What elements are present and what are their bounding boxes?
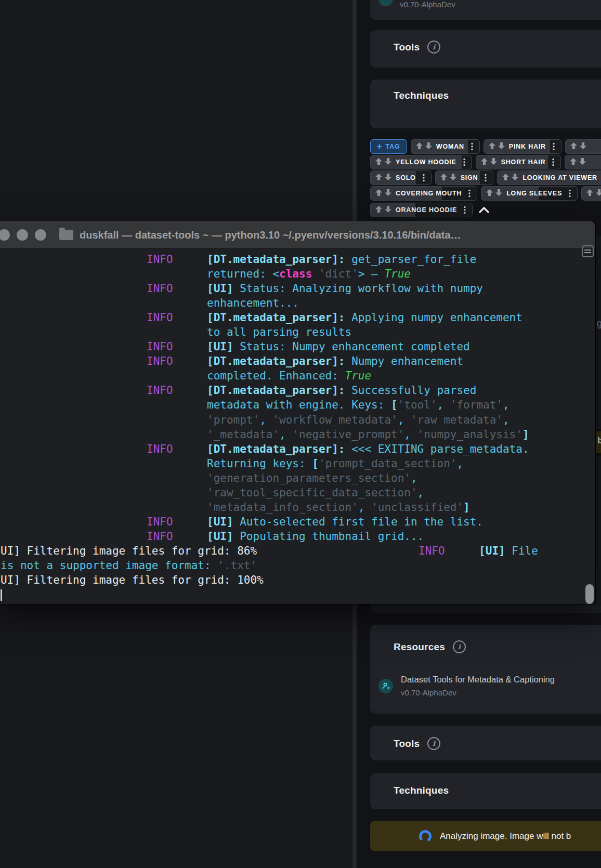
resource-list-item[interactable]: Dataset Tools for Metadata & Captioning … [378,675,555,697]
downvote-icon[interactable] [385,173,391,182]
split-pane-button[interactable] [582,245,594,257]
kebab-menu-icon[interactable] [482,171,489,185]
downvote-icon[interactable] [580,142,586,151]
info-icon[interactable]: i [453,640,466,653]
tag-row: COVERING MOUTHLONG SLEEVES [370,186,601,201]
terminal-line: INFO[UI] Populating thumbnail grid... [1,529,595,544]
upvote-icon[interactable] [416,142,425,151]
tag-chip[interactable]: SOLO [370,170,432,185]
tag-chip[interactable]: COVERING MOUTH [370,186,477,201]
upvote-icon[interactable] [375,173,385,182]
upvote-icon[interactable] [481,157,490,167]
tag-chip[interactable]: SHORT HAIR [476,155,561,169]
folder-icon [59,230,73,240]
add-user-icon [378,679,393,693]
resources-card: Resources i Dataset Tools for Metadata &… [370,625,601,714]
terminal-line: INFO[DT.metadata_parser]: <<< EXITING pa… [1,442,595,456]
downvote-icon[interactable] [490,157,497,167]
tag-chip[interactable]: LOOKING AT VIEWER [497,170,601,185]
terminal-line: INFO[UI] Status: Numpy enhancement compl… [1,339,595,354]
tag-chip-partial[interactable] [581,186,601,201]
tag-row: SOLOSIGNLOOKING AT VIEWER [370,170,601,185]
tag-list: +TAGWOMANPINK HAIRYELLOW HOODIESHORT HAI… [357,0,601,221]
spinner-icon [419,830,432,843]
terminal-line: '_metadata', 'negative_prompt', 'numpy_a… [1,427,595,442]
upvote-icon[interactable] [486,189,495,198]
upvote-icon[interactable] [570,157,579,167]
downvote-icon[interactable] [498,142,505,151]
upvote-icon[interactable] [375,189,385,198]
terminal-line: 'prompt', 'workflow_metadata', 'raw_meta… [1,413,595,427]
terminal-line: 'generation_parameters_section', [1,471,595,485]
upvote-icon[interactable] [586,189,596,198]
tag-chip-partial[interactable] [565,139,601,154]
zoom-button[interactable] [35,229,46,241]
downvote-icon[interactable] [596,189,601,198]
downvote-icon[interactable] [425,142,432,151]
kebab-menu-icon[interactable] [469,140,475,153]
terminal-line: INFO[DT.metadata_parser]: Numpy enhancem… [1,354,595,369]
edge-card-sliver [596,236,601,429]
downvote-icon[interactable] [579,157,586,167]
upvote-icon[interactable] [502,173,512,182]
downvote-icon[interactable] [385,157,391,167]
terminal-title: duskfall — dataset-tools ~ — python3.10 … [80,229,461,241]
downvote-icon[interactable] [385,189,391,198]
edge-card-sliver2 [596,456,601,604]
terminal-line: UI] Filtering image files for grid: 86%I… [1,544,595,558]
edge-text-fragment-b: b [597,436,601,446]
tag-chip[interactable]: LONG SLEEVES [481,186,578,201]
terminal-line: INFO[DT.metadata_parser]: Successfully p… [1,383,595,398]
upvote-icon[interactable] [440,173,450,182]
terminal-line: UI] Filtering image files for grid: 100% [1,573,595,587]
kebab-menu-icon[interactable] [466,187,473,200]
analyzing-banner: Analyzing image. Image will not b [370,821,601,851]
kebab-menu-icon[interactable] [551,140,557,153]
kebab-menu-icon[interactable] [550,155,556,169]
tag-chip[interactable]: PINK HAIR [484,139,561,154]
upvote-icon[interactable] [570,142,580,151]
upvote-icon[interactable] [489,142,498,151]
analyzing-banner-text: Analyzing image. Image will not b [440,831,571,841]
add-tag-button[interactable]: +TAG [370,139,407,154]
minimize-button[interactable] [17,229,28,241]
terminal-output: INFO[DT.metadata_parser]: get_parser_for… [1,248,595,604]
info-icon[interactable]: i [427,737,440,750]
resource-version: v0.70-AlphaDev [401,688,555,697]
tools-card-2: Tools i [370,726,601,760]
tag-chip[interactable]: SIGN [435,170,494,185]
downvote-icon[interactable] [512,173,518,182]
tag-chip[interactable]: YELLOW HOODIE [370,155,472,169]
downvote-icon[interactable] [385,205,391,215]
downvote-icon[interactable] [495,189,502,198]
terminal-line: INFO[DT.metadata_parser]: Applying numpy… [1,310,595,325]
kebab-menu-icon[interactable] [461,155,467,169]
card-bottom-sliver [370,604,601,613]
kebab-menu-icon[interactable] [567,187,573,200]
upvote-icon[interactable] [375,205,385,215]
close-button[interactable] [0,229,10,241]
techniques-title: Techniques [394,785,449,796]
downvote-icon[interactable] [450,173,456,182]
collapse-tags-chevron-up-icon[interactable] [476,203,492,217]
scrollbar-thumb[interactable] [585,584,594,604]
tag-chip[interactable]: WOMAN [411,139,480,154]
upvote-icon[interactable] [375,157,385,167]
tools-title: Tools [394,738,420,749]
terminal-window: duskfall — dataset-tools ~ — python3.10 … [0,221,596,604]
terminal-line: 'metadata_info_section', 'unclassified'] [1,500,595,515]
terminal-line: 'raw_tool_specific_data_section', [1,485,595,500]
tag-chip[interactable]: ORANGE HOODIE [370,203,473,217]
kebab-menu-icon[interactable] [462,203,468,217]
kebab-menu-icon[interactable] [421,171,427,185]
terminal-line: enhancement... [1,296,595,310]
terminal-line: INFO[DT.metadata_parser]: get_parser_for… [1,252,595,267]
resource-name[interactable]: Dataset Tools for Metadata & Captioning [401,675,555,685]
terminal-titlebar[interactable]: duskfall — dataset-tools ~ — python3.10 … [0,221,595,248]
resources-title: Resources [394,641,445,653]
terminal-line: is not a supported image format: '.txt' [1,558,595,573]
terminal-line [1,587,595,602]
techniques-card-2: Techniques [370,773,601,809]
tag-chip-partial[interactable] [565,155,601,169]
terminal-line: completed. Enhanced: True [1,369,595,383]
